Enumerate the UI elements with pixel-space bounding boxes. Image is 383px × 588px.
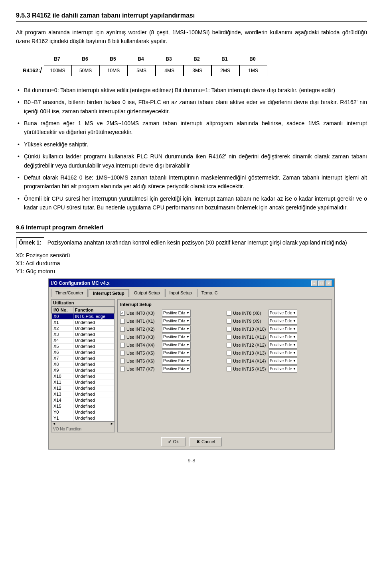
table-row[interactable]: X4Undefined (52, 337, 115, 343)
dialog-tab[interactable]: Output Setup (130, 289, 164, 297)
interrupt-dropdown[interactable]: Positive Ed≥▼ (268, 318, 297, 325)
interrupt-checkbox[interactable] (227, 367, 231, 371)
register-label: R4162: (16, 67, 40, 73)
interrupt-dropdown[interactable]: Positive Ed≥▼ (268, 310, 297, 317)
interrupt-checkbox[interactable] (227, 319, 231, 324)
dialog-tab[interactable]: Input Setup (165, 289, 196, 297)
example-intro: Örnek 1:Pozisyonlama anahtarı tarafından… (16, 237, 367, 248)
interrupt-dropdown[interactable]: Positive Ed≥▼ (162, 318, 191, 325)
func-cell: Undefined (73, 385, 114, 391)
table-row[interactable]: X1Undefined (52, 319, 115, 325)
util-scrollbar[interactable]: ◄ ► (51, 421, 115, 426)
table-row[interactable]: X13Undefined (52, 391, 115, 397)
interrupt-checkbox[interactable] (120, 343, 125, 347)
interrupt-dropdown[interactable]: Positive Ed≥▼ (162, 333, 191, 341)
register-diagram: B7B6B5B4B3B2B1B0 R4162: / 100MS50MS10MS5… (16, 54, 367, 78)
io-item: X0: Pozisyon sensörü (16, 252, 367, 258)
table-row[interactable]: X12Undefined (52, 385, 115, 391)
interrupt-dropdown[interactable]: Positive Ed≥▼ (162, 341, 191, 349)
interrupt-checkbox[interactable] (227, 343, 231, 347)
interrupt-dropdown[interactable]: Positive Ed≥▼ (268, 326, 297, 333)
page-number: 9-8 (16, 458, 367, 464)
interrupt-checkbox[interactable] (120, 319, 125, 324)
table-row[interactable]: X9Undefined (52, 367, 115, 373)
interrupt-checkbox[interactable] (120, 359, 125, 363)
list-item: Defaut olarak R4162 0 ise; 1MS~100MS zam… (16, 173, 367, 191)
interrupt-checkbox[interactable] (227, 359, 231, 363)
list-item: Çünkü kullanıcı ladder programı kullanar… (16, 152, 367, 170)
bit-header: B2 (183, 54, 211, 64)
table-row[interactable]: X11Undefined (52, 379, 115, 385)
interrupt-dropdown[interactable]: Positive Ed≥▼ (268, 341, 297, 349)
interrupt-checkbox[interactable] (227, 311, 231, 316)
table-row[interactable]: X5Undefined (52, 343, 115, 349)
bit-value: 3MS (184, 65, 211, 76)
ok-button[interactable]: ✔ Ok (161, 437, 186, 446)
interrupt-checkbox[interactable] (227, 335, 231, 339)
interrupt-checkbox[interactable] (120, 335, 125, 339)
interrupt-dropdown[interactable]: Positive Ed≥▼ (162, 357, 191, 365)
maximize-button[interactable]: □ (318, 280, 325, 286)
func-cell: Undefined (73, 367, 114, 373)
interrupt-dropdown[interactable]: Positive Ed≥▼ (268, 333, 297, 341)
bit-value: 1MS (239, 65, 267, 76)
table-row[interactable]: X10Undefined (52, 373, 115, 379)
bit-value: 5MS (128, 65, 156, 76)
func-cell: Undefined (73, 337, 114, 343)
dialog-tab[interactable]: Timer/Counter (51, 289, 88, 297)
table-row[interactable]: X7Undefined (52, 355, 115, 361)
interrupt-checkbox[interactable] (120, 311, 125, 316)
interrupt-row: Use INT4 (X4)Positive Ed≥▼ (120, 341, 223, 349)
io-no-cell: Y0 (52, 409, 73, 415)
minimize-button[interactable]: − (311, 280, 318, 286)
table-row[interactable]: X15Undefined (52, 403, 115, 409)
interrupt-checkbox[interactable] (120, 367, 125, 371)
scroll-left-arrow[interactable]: ◄ (52, 422, 56, 426)
interrupt-row: Use INT7 (X7)Positive Ed≥▼ (120, 365, 223, 373)
list-item: Yüksek esnekliğe sahiptir. (16, 140, 367, 149)
table-row[interactable]: X14Undefined (52, 397, 115, 403)
main-content: 9.5.3 R4162 ile dahili zaman tabanı inte… (16, 12, 367, 464)
interrupt-checkbox[interactable] (120, 327, 125, 331)
dialog-body: Utilization I/O No. Function X0INT0,Pos.… (49, 297, 334, 435)
io-no-cell: X1 (52, 319, 73, 325)
func-cell: Undefined (73, 415, 114, 421)
dialog-tab[interactable]: Temp. C (197, 289, 222, 297)
utilization-panel: Utilization I/O No. Function X0INT0,Pos.… (51, 299, 115, 432)
bit-header: B7 (43, 54, 71, 64)
interrupt-dropdown[interactable]: Positive Ed≥▼ (268, 365, 297, 373)
scroll-right-arrow[interactable]: ► (110, 422, 114, 426)
cancel-button[interactable]: ✖ Cancel (190, 437, 222, 446)
interrupt-right-col: Use INT8 (X8)Positive Ed≥▼Use INT9 (X9)P… (227, 309, 329, 373)
list-item: Buna rağmen eğer 1 MS ve 2MS~100MS zaman… (16, 119, 367, 137)
interrupt-left-col: Use INT0 (X0)Positive Ed≥▼Use INT1 (X1)P… (120, 309, 223, 373)
titlebar-buttons: − □ × (311, 280, 332, 286)
interrupt-checkbox[interactable] (227, 351, 231, 355)
table-row[interactable]: X2Undefined (52, 325, 115, 331)
interrupt-checkbox[interactable] (120, 351, 125, 355)
bit-value: 100MS (44, 65, 72, 76)
interrupt-dropdown[interactable]: Positive Ed≥▼ (162, 310, 191, 317)
io-no-cell: X15 (52, 403, 73, 409)
table-row[interactable]: X0INT0,Pos. edge (52, 313, 115, 319)
interrupt-dropdown[interactable]: Positive Ed≥▼ (162, 326, 191, 333)
interrupt-checkbox[interactable] (227, 327, 231, 331)
table-row[interactable]: X3Undefined (52, 331, 115, 337)
interrupt-label: Use INT13 (X13) (233, 351, 267, 355)
interrupt-row: Use INT1 (X1)Positive Ed≥▼ (120, 317, 223, 325)
interrupt-dropdown[interactable]: Positive Ed≥▼ (162, 365, 191, 373)
table-row[interactable]: X8Undefined (52, 361, 115, 367)
io-no-cell: X0 (52, 313, 73, 319)
interrupt-label: Use INT2 (X2) (126, 327, 160, 331)
table-row[interactable]: X6Undefined (52, 349, 115, 355)
dialog-tab[interactable]: Interrupt Setup (89, 289, 129, 297)
table-row[interactable]: Y1Undefined (52, 415, 115, 421)
interrupt-dropdown[interactable]: Positive Ed≥▼ (162, 349, 191, 357)
interrupt-dropdown[interactable]: Positive Ed≥▼ (268, 349, 297, 357)
interrupt-grid: Use INT0 (X0)Positive Ed≥▼Use INT1 (X1)P… (120, 309, 329, 373)
func-cell: INT0,Pos. edge (73, 313, 114, 319)
interrupt-label: Use INT12 (X12) (233, 343, 267, 347)
close-button[interactable]: × (326, 280, 332, 286)
interrupt-dropdown[interactable]: Positive Ed≥▼ (268, 357, 297, 365)
table-row[interactable]: Y0Undefined (52, 409, 115, 415)
